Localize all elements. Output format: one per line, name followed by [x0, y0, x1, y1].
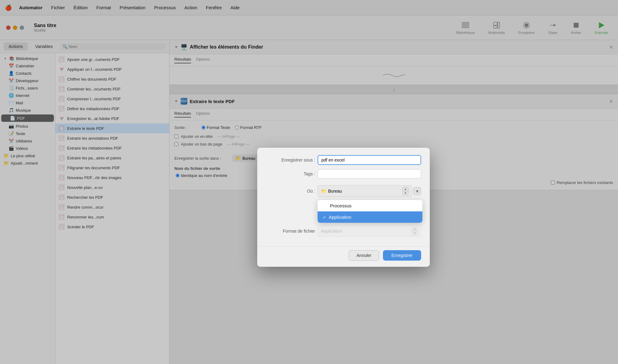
enregistrer-sous-input[interactable]: [318, 155, 421, 165]
format-select[interactable]: Application ▲ ▼: [318, 225, 421, 237]
where-folder-icon: 📁: [321, 189, 326, 194]
ou-row: Où : 📁 Bureau ▲ ▼ ∨: [266, 185, 421, 197]
ou-label: Où :: [266, 189, 315, 194]
save-button[interactable]: Enregistrer: [383, 250, 421, 261]
format-value: Application: [321, 229, 410, 234]
dropdown-application[interactable]: ✓ Application: [318, 211, 422, 223]
format-stepper[interactable]: ▲ ▼: [412, 227, 418, 235]
dropdown-processus[interactable]: Processus: [318, 200, 422, 211]
tags-input[interactable]: [318, 169, 421, 178]
application-label: Application: [329, 214, 351, 220]
application-check: ✓: [323, 215, 326, 220]
dialog-body: Enregistrer sous : Tags : Où : 📁 Bureau …: [257, 148, 430, 246]
stepper-up[interactable]: ▲: [403, 187, 408, 191]
where-select[interactable]: 📁 Bureau ▲ ▼: [318, 185, 412, 197]
tags-label: Tags :: [266, 171, 315, 176]
dropdown-container: Processus ✓ Application: [318, 200, 421, 223]
format-stepper-down[interactable]: ▼: [412, 231, 417, 235]
where-container: 📁 Bureau ▲ ▼ ∨: [318, 185, 421, 197]
dialog-buttons: Annuler Enregistrer: [257, 246, 430, 267]
processus-label: Processus: [330, 203, 352, 208]
format-stepper-up[interactable]: ▲: [412, 227, 417, 231]
expand-button[interactable]: ∨: [413, 187, 421, 195]
format-label: Format de fichier: [266, 229, 315, 234]
where-value: Bureau: [328, 189, 400, 194]
enregistrer-sous-row: Enregistrer sous :: [266, 155, 421, 165]
enregistrer-sous-label: Enregistrer sous :: [266, 158, 315, 162]
stepper-down[interactable]: ▼: [403, 191, 408, 195]
tags-row: Tags :: [266, 169, 421, 178]
format-row: Format de fichier Application ▲ ▼: [266, 225, 421, 237]
stepper[interactable]: ▲ ▼: [402, 187, 409, 195]
cancel-button[interactable]: Annuler: [349, 250, 379, 261]
dropdown: Processus ✓ Application: [318, 200, 422, 223]
save-dialog: Enregistrer sous : Tags : Où : 📁 Bureau …: [257, 148, 430, 267]
